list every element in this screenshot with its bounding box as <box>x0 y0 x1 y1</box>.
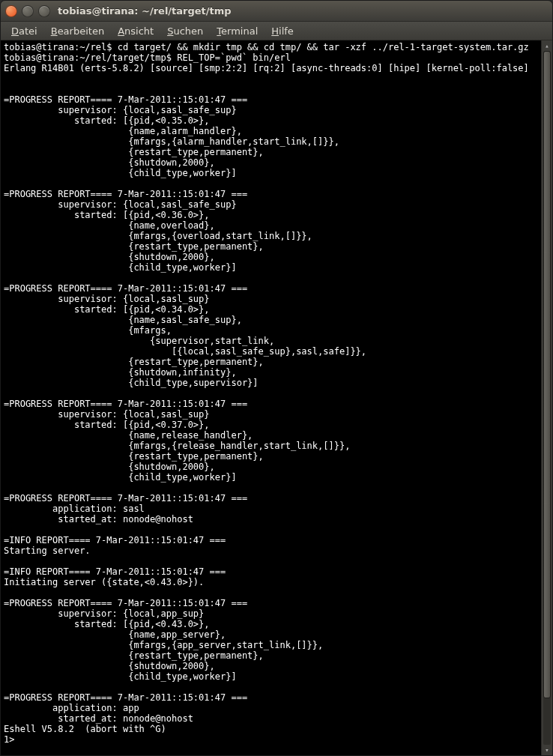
menu-terminal-label: Terminal <box>217 25 258 37</box>
menu-search-label: Suchen <box>167 25 203 37</box>
scroll-up-icon[interactable]: ▴ <box>542 40 552 51</box>
menu-terminal[interactable]: Terminal <box>211 23 264 39</box>
menu-search[interactable]: Suchen <box>161 23 209 39</box>
menu-help-label: Hilfe <box>271 25 294 37</box>
vertical-scrollbar[interactable]: ▴ ▾ <box>541 40 552 755</box>
terminal-window: tobias@tirana: ~/rel/target/tmp Datei Be… <box>0 0 553 756</box>
menu-help[interactable]: Hilfe <box>265 23 300 39</box>
menu-view-label: Ansicht <box>118 25 154 37</box>
minimize-icon[interactable] <box>22 5 34 17</box>
menu-file-label: Datei <box>11 25 37 37</box>
menu-view[interactable]: Ansicht <box>112 23 160 39</box>
titlebar[interactable]: tobias@tirana: ~/rel/target/tmp <box>1 1 552 22</box>
terminal-area: tobias@tirana:~/rel$ cd target/ && mkdir… <box>1 40 552 755</box>
menu-file[interactable]: Datei <box>5 23 43 39</box>
maximize-icon[interactable] <box>38 5 50 17</box>
close-icon[interactable] <box>5 5 17 17</box>
scroll-down-icon[interactable]: ▾ <box>542 745 552 755</box>
menu-edit[interactable]: Bearbeiten <box>45 23 110 39</box>
scroll-thumb[interactable] <box>543 51 551 698</box>
window-buttons <box>5 5 50 17</box>
menu-edit-label: Bearbeiten <box>51 25 104 37</box>
menubar: Datei Bearbeiten Ansicht Suchen Terminal… <box>1 22 552 40</box>
window-title: tobias@tirana: ~/rel/target/tmp <box>58 5 232 16</box>
terminal-output[interactable]: tobias@tirana:~/rel$ cd target/ && mkdir… <box>1 40 541 755</box>
